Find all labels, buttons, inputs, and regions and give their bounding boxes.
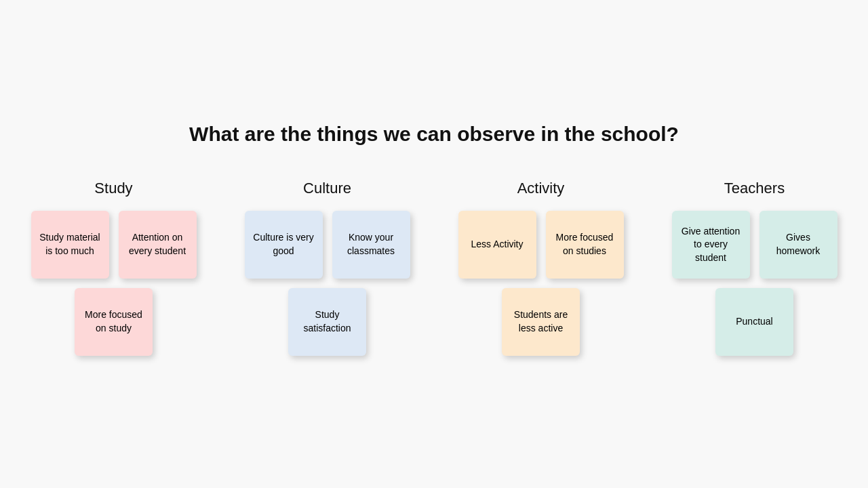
card-item[interactable]: Culture is very good bbox=[245, 211, 323, 279]
cards-row-culture-1: Study satisfaction bbox=[288, 288, 366, 356]
cards-row-study-0: Study material is too muchAttention on e… bbox=[31, 211, 197, 279]
card-item[interactable]: Give attention to every student bbox=[672, 211, 750, 279]
card-item[interactable]: More focused on study bbox=[75, 288, 153, 356]
category-title-study: Study bbox=[94, 180, 132, 197]
category-activity: ActivityLess ActivityMore focused on stu… bbox=[441, 180, 641, 365]
cards-row-culture-0: Culture is very goodKnow your classmates bbox=[245, 211, 410, 279]
card-item[interactable]: Less Activity bbox=[458, 211, 536, 279]
cards-row-activity-0: Less ActivityMore focused on studies bbox=[458, 211, 624, 279]
category-study: StudyStudy material is too muchAttention… bbox=[14, 180, 214, 365]
card-item[interactable]: Gives homework bbox=[760, 211, 837, 279]
card-item[interactable]: Study material is too much bbox=[31, 211, 109, 279]
cards-row-teachers-1: Punctual bbox=[715, 288, 793, 356]
category-culture: CultureCulture is very goodKnow your cla… bbox=[227, 180, 427, 365]
category-title-activity: Activity bbox=[517, 180, 565, 197]
categories-container: StudyStudy material is too muchAttention… bbox=[14, 180, 854, 365]
page-title: What are the things we can observe in th… bbox=[189, 123, 679, 146]
card-item[interactable]: Study satisfaction bbox=[288, 288, 366, 356]
card-item[interactable]: Punctual bbox=[715, 288, 793, 356]
category-title-culture: Culture bbox=[303, 180, 351, 197]
card-item[interactable]: Students are less active bbox=[502, 288, 580, 356]
card-item[interactable]: Know your classmates bbox=[332, 211, 410, 279]
cards-row-study-1: More focused on study bbox=[75, 288, 153, 356]
card-item[interactable]: More focused on studies bbox=[546, 211, 624, 279]
cards-row-teachers-0: Give attention to every studentGives hom… bbox=[672, 211, 837, 279]
category-title-teachers: Teachers bbox=[724, 180, 785, 197]
cards-row-activity-1: Students are less active bbox=[502, 288, 580, 356]
category-teachers: TeachersGive attention to every studentG… bbox=[654, 180, 854, 365]
card-item[interactable]: Attention on every student bbox=[119, 211, 197, 279]
